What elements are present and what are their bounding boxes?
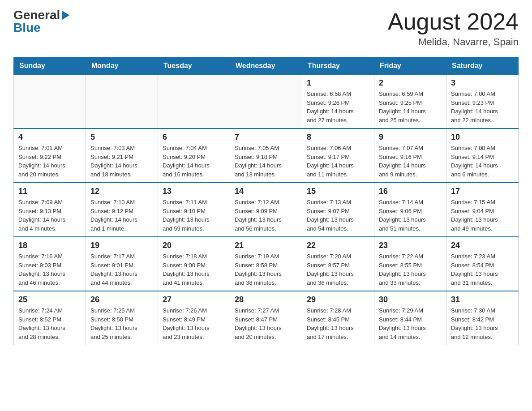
calendar-cell: 7Sunrise: 7:05 AMSunset: 9:18 PMDaylight… xyxy=(230,128,302,183)
calendar-cell: 17Sunrise: 7:15 AMSunset: 9:04 PMDayligh… xyxy=(446,183,519,237)
calendar-cell: 6Sunrise: 7:04 AMSunset: 9:20 PMDaylight… xyxy=(158,128,230,183)
logo-blue-text: Blue xyxy=(13,21,41,34)
day-info: Sunrise: 7:09 AMSunset: 9:13 PMDaylight:… xyxy=(18,198,81,233)
calendar-cell: 8Sunrise: 7:06 AMSunset: 9:17 PMDaylight… xyxy=(302,128,374,183)
day-number: 3 xyxy=(451,78,514,88)
day-number: 27 xyxy=(163,295,225,304)
day-info: Sunrise: 7:07 AMSunset: 9:16 PMDaylight:… xyxy=(379,144,442,179)
day-info: Sunrise: 7:22 AMSunset: 8:55 PMDaylight:… xyxy=(379,252,442,287)
weekday-header-saturday: Saturday xyxy=(446,57,519,75)
day-info: Sunrise: 7:01 AMSunset: 9:22 PMDaylight:… xyxy=(18,144,81,179)
calendar-header-row: SundayMondayTuesdayWednesdayThursdayFrid… xyxy=(14,57,519,75)
day-info: Sunrise: 7:10 AMSunset: 9:12 PMDaylight:… xyxy=(90,198,153,233)
day-info: Sunrise: 7:18 AMSunset: 9:00 PMDaylight:… xyxy=(163,252,225,287)
calendar-week-row: 11Sunrise: 7:09 AMSunset: 9:13 PMDayligh… xyxy=(14,183,519,237)
day-number: 1 xyxy=(307,78,369,88)
logo: General Blue xyxy=(13,9,69,34)
day-info: Sunrise: 7:24 AMSunset: 8:52 PMDaylight:… xyxy=(18,306,81,341)
location-subtitle: Melida, Navarre, Spain xyxy=(388,36,519,48)
day-info: Sunrise: 6:59 AMSunset: 9:25 PMDaylight:… xyxy=(379,90,442,124)
day-number: 14 xyxy=(235,187,297,196)
day-number: 4 xyxy=(18,133,81,142)
day-number: 9 xyxy=(379,133,442,142)
calendar-cell: 31Sunrise: 7:30 AMSunset: 8:42 PMDayligh… xyxy=(446,291,519,345)
day-number: 6 xyxy=(163,133,225,142)
calendar-cell: 22Sunrise: 7:20 AMSunset: 8:57 PMDayligh… xyxy=(302,237,374,291)
calendar-cell xyxy=(14,75,86,129)
calendar-table: SundayMondayTuesdayWednesdayThursdayFrid… xyxy=(13,57,519,345)
calendar-week-row: 1Sunrise: 6:58 AMSunset: 9:26 PMDaylight… xyxy=(14,75,519,129)
day-number: 7 xyxy=(235,133,297,142)
logo-general-word: General xyxy=(13,9,60,21)
calendar-cell: 21Sunrise: 7:19 AMSunset: 8:58 PMDayligh… xyxy=(230,237,302,291)
day-info: Sunrise: 7:05 AMSunset: 9:18 PMDaylight:… xyxy=(235,144,297,179)
day-info: Sunrise: 6:58 AMSunset: 9:26 PMDaylight:… xyxy=(307,90,369,124)
day-info: Sunrise: 7:15 AMSunset: 9:04 PMDaylight:… xyxy=(451,198,514,233)
day-info: Sunrise: 7:08 AMSunset: 9:14 PMDaylight:… xyxy=(451,144,514,179)
calendar-cell: 4Sunrise: 7:01 AMSunset: 9:22 PMDaylight… xyxy=(14,128,86,183)
calendar-cell: 16Sunrise: 7:14 AMSunset: 9:06 PMDayligh… xyxy=(374,183,446,237)
day-number: 26 xyxy=(90,295,153,304)
month-year-title: August 2024 xyxy=(388,9,519,34)
day-info: Sunrise: 7:16 AMSunset: 9:03 PMDaylight:… xyxy=(18,252,81,287)
calendar-cell: 5Sunrise: 7:03 AMSunset: 9:21 PMDaylight… xyxy=(86,128,158,183)
calendar-cell: 13Sunrise: 7:11 AMSunset: 9:10 PMDayligh… xyxy=(158,183,230,237)
day-number: 31 xyxy=(451,295,514,304)
day-info: Sunrise: 7:19 AMSunset: 8:58 PMDaylight:… xyxy=(235,252,297,287)
day-number: 28 xyxy=(235,295,297,304)
calendar-cell xyxy=(158,75,230,129)
weekday-header-tuesday: Tuesday xyxy=(158,57,230,75)
day-info: Sunrise: 7:00 AMSunset: 9:23 PMDaylight:… xyxy=(451,90,514,124)
calendar-cell: 23Sunrise: 7:22 AMSunset: 8:55 PMDayligh… xyxy=(374,237,446,291)
day-info: Sunrise: 7:20 AMSunset: 8:57 PMDaylight:… xyxy=(307,252,369,287)
day-info: Sunrise: 7:25 AMSunset: 8:50 PMDaylight:… xyxy=(90,306,153,341)
calendar-cell xyxy=(86,75,158,129)
day-number: 11 xyxy=(18,187,81,196)
day-number: 17 xyxy=(451,187,514,196)
day-info: Sunrise: 7:17 AMSunset: 9:01 PMDaylight:… xyxy=(90,252,153,287)
calendar-cell: 9Sunrise: 7:07 AMSunset: 9:16 PMDaylight… xyxy=(374,128,446,183)
calendar-cell: 27Sunrise: 7:26 AMSunset: 8:49 PMDayligh… xyxy=(158,291,230,345)
day-info: Sunrise: 7:28 AMSunset: 8:45 PMDaylight:… xyxy=(307,306,369,341)
day-number: 19 xyxy=(90,241,153,250)
page-header: General Blue August 2024 Melida, Navarre… xyxy=(13,9,519,48)
day-number: 12 xyxy=(90,187,153,196)
day-number: 15 xyxy=(307,187,369,196)
day-info: Sunrise: 7:12 AMSunset: 9:09 PMDaylight:… xyxy=(235,198,297,233)
calendar-cell: 10Sunrise: 7:08 AMSunset: 9:14 PMDayligh… xyxy=(446,128,519,183)
weekday-header-monday: Monday xyxy=(86,57,158,75)
calendar-week-row: 4Sunrise: 7:01 AMSunset: 9:22 PMDaylight… xyxy=(14,128,519,183)
day-info: Sunrise: 7:27 AMSunset: 8:47 PMDaylight:… xyxy=(235,306,297,341)
day-number: 13 xyxy=(163,187,225,196)
day-number: 23 xyxy=(379,241,442,250)
title-block: August 2024 Melida, Navarre, Spain xyxy=(388,9,519,48)
calendar-cell: 15Sunrise: 7:13 AMSunset: 9:07 PMDayligh… xyxy=(302,183,374,237)
logo-arrow-icon xyxy=(62,11,69,20)
calendar-week-row: 18Sunrise: 7:16 AMSunset: 9:03 PMDayligh… xyxy=(14,237,519,291)
calendar-cell: 14Sunrise: 7:12 AMSunset: 9:09 PMDayligh… xyxy=(230,183,302,237)
calendar-cell: 2Sunrise: 6:59 AMSunset: 9:25 PMDaylight… xyxy=(374,75,446,129)
day-number: 30 xyxy=(379,295,442,304)
day-number: 5 xyxy=(90,133,153,142)
day-info: Sunrise: 7:26 AMSunset: 8:49 PMDaylight:… xyxy=(163,306,225,341)
day-info: Sunrise: 7:30 AMSunset: 8:42 PMDaylight:… xyxy=(451,306,514,341)
day-info: Sunrise: 7:29 AMSunset: 8:44 PMDaylight:… xyxy=(379,306,442,341)
day-number: 20 xyxy=(163,241,225,250)
day-number: 10 xyxy=(451,133,514,142)
day-info: Sunrise: 7:14 AMSunset: 9:06 PMDaylight:… xyxy=(379,198,442,233)
weekday-header-friday: Friday xyxy=(374,57,446,75)
calendar-cell: 29Sunrise: 7:28 AMSunset: 8:45 PMDayligh… xyxy=(302,291,374,345)
day-info: Sunrise: 7:03 AMSunset: 9:21 PMDaylight:… xyxy=(90,144,153,179)
calendar-cell: 30Sunrise: 7:29 AMSunset: 8:44 PMDayligh… xyxy=(374,291,446,345)
weekday-header-thursday: Thursday xyxy=(302,57,374,75)
day-number: 18 xyxy=(18,241,81,250)
day-number: 21 xyxy=(235,241,297,250)
calendar-week-row: 25Sunrise: 7:24 AMSunset: 8:52 PMDayligh… xyxy=(14,291,519,345)
day-number: 24 xyxy=(451,241,514,250)
day-info: Sunrise: 7:06 AMSunset: 9:17 PMDaylight:… xyxy=(307,144,369,179)
calendar-cell: 28Sunrise: 7:27 AMSunset: 8:47 PMDayligh… xyxy=(230,291,302,345)
calendar-cell: 1Sunrise: 6:58 AMSunset: 9:26 PMDaylight… xyxy=(302,75,374,129)
day-number: 25 xyxy=(18,295,81,304)
day-number: 2 xyxy=(379,78,442,88)
day-number: 22 xyxy=(307,241,369,250)
